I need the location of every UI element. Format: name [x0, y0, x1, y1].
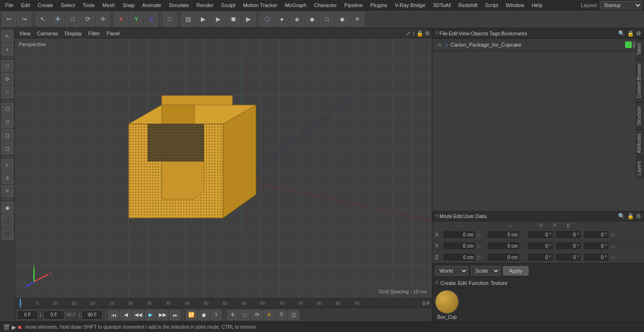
vp-menu-display[interactable]: Display	[62, 30, 84, 37]
goto-start-button[interactable]: ⏮	[108, 310, 119, 320]
render-region-button[interactable]: ▤	[181, 12, 195, 26]
menu-animate[interactable]: Animate	[139, 1, 165, 9]
sidebar-select-btn[interactable]: ↖	[1, 30, 14, 42]
psr-btn[interactable]: P	[264, 310, 275, 320]
menu-simulate[interactable]: Simulate	[165, 1, 192, 9]
coord-z-pb[interactable]	[555, 253, 581, 261]
plane-button[interactable]: ◆	[335, 12, 349, 26]
sidebar-s-btn[interactable]: S	[1, 172, 14, 184]
attr-menu-edit[interactable]: Edit	[454, 213, 462, 219]
play-back-button[interactable]: ◀◀	[132, 310, 144, 320]
help-button[interactable]: ?	[210, 310, 222, 320]
menu-edit[interactable]: Edit	[18, 1, 33, 9]
step-back-button[interactable]: ◀	[120, 310, 132, 320]
x-axis-button[interactable]: X	[114, 12, 128, 26]
coord-z-bb[interactable]	[583, 253, 609, 261]
loop-button[interactable]: 🔁	[186, 310, 197, 320]
material-button[interactable]: □	[320, 12, 334, 26]
end-frame-input[interactable]	[82, 310, 103, 320]
move-tool-pb[interactable]: ✛	[227, 310, 238, 320]
menu-select[interactable]: Select	[58, 1, 79, 9]
attr-menu-userdata[interactable]: User Data	[463, 213, 487, 219]
step-forward-button[interactable]: ▶▶	[157, 310, 168, 320]
obj-menu-bookmarks[interactable]: Bookmarks	[501, 31, 527, 36]
cube-button[interactable]: ⬡	[260, 12, 274, 26]
coord-x-expand[interactable]: ▷	[612, 232, 616, 237]
sphere-button[interactable]: ●	[275, 12, 289, 26]
coord-x-h[interactable]	[528, 230, 553, 239]
coord-x-p[interactable]	[555, 230, 581, 239]
render-active-view-button[interactable]: ▶	[196, 12, 210, 26]
vp-icon-settings[interactable]: ⚙	[425, 30, 430, 37]
mat-menu-create[interactable]: Create	[440, 280, 456, 286]
coord-x-b[interactable]	[583, 230, 609, 239]
coord-y-b[interactable]	[583, 242, 609, 250]
vp-icon-lock[interactable]: 🔒	[416, 30, 423, 37]
viewport-canvas[interactable]: Perspective Grid Spacing : 10 cm X Y Z	[15, 39, 432, 298]
menu-character[interactable]: Character	[311, 1, 340, 9]
sidebar-extra-btn[interactable]: ⬛	[1, 228, 14, 240]
apply-button[interactable]: Apply	[503, 266, 528, 275]
vp-icon-move[interactable]: ↕	[412, 30, 415, 37]
mat-menu-function[interactable]: Function	[469, 280, 488, 286]
object-mode-button[interactable]: □	[163, 12, 177, 26]
layout-select[interactable]: Startup	[600, 1, 642, 9]
select-tool-button[interactable]: ↖	[35, 12, 50, 26]
obj-menu-objects[interactable]: Objects	[471, 31, 488, 36]
menu-sculpt[interactable]: Sculpt	[218, 1, 239, 9]
dots-btn[interactable]: ⠿	[276, 310, 287, 320]
mat-menu-texture[interactable]: Texture	[490, 280, 507, 286]
coord-z-pos1[interactable]	[443, 253, 476, 261]
vp-icon-arrows[interactable]: ⤢	[406, 30, 411, 37]
menu-tools[interactable]: Tools	[79, 1, 98, 9]
coord-z-pos2[interactable]	[487, 253, 520, 261]
transform-button[interactable]: ✛	[96, 12, 110, 26]
object-row[interactable]: ≡L □ Carton_Package_for_Cupcake	[435, 40, 641, 49]
obj-menu-edit[interactable]: Edit	[449, 31, 458, 36]
mat-menu-edit[interactable]: Edit	[458, 280, 467, 286]
frame-start2-input[interactable]	[43, 310, 65, 320]
camera-button[interactable]: ◈	[290, 12, 304, 26]
light-button[interactable]: ◆	[305, 12, 319, 26]
coord-z-b[interactable]	[528, 253, 553, 261]
play-button[interactable]: ▶	[145, 310, 156, 320]
sidebar-edge-btn[interactable]: ⟳	[1, 73, 14, 85]
timeline-ruler[interactable]: 0 5 10 15 20 25 30 35 40 45 50 55 60 65 …	[15, 298, 432, 308]
menu-snap[interactable]: Snap	[119, 1, 138, 9]
world-select[interactable]: World Object Camera	[435, 266, 468, 275]
obj-lock-icon[interactable]: 🔒	[627, 30, 634, 37]
coord-z-arrow[interactable]: ▷	[478, 255, 485, 260]
attr-lock-icon[interactable]: 🔒	[627, 213, 634, 219]
menu-3dtoall[interactable]: 3DToAll	[429, 1, 454, 9]
menu-window[interactable]: Window	[503, 1, 528, 9]
scale-tool-button[interactable]: □	[66, 12, 80, 26]
obj-menu-file[interactable]: File	[439, 31, 448, 36]
last-btn[interactable]: ◫	[288, 310, 299, 320]
scale-tool-pb[interactable]: □	[239, 310, 250, 320]
obj-menu-view[interactable]: View	[459, 31, 470, 36]
render-stop-button[interactable]: ⏹	[226, 12, 240, 26]
sidebar-l-btn[interactable]: L	[1, 159, 14, 171]
menu-mesh[interactable]: Mesh	[99, 1, 118, 9]
coord-x-pos2[interactable]	[487, 230, 520, 239]
sidebar-sculpt-btn[interactable]: ⬛	[1, 215, 14, 227]
goto-end-button[interactable]: ⏭	[169, 310, 181, 320]
render-settings-button[interactable]: ▶	[241, 12, 256, 26]
sidebar-paint-btn[interactable]: ◉	[1, 202, 14, 214]
menu-plugins[interactable]: Plugins	[367, 1, 390, 9]
attr-search-icon[interactable]: 🔍	[618, 213, 625, 219]
redo-button[interactable]: ↪	[17, 12, 31, 26]
vtab-takes[interactable]: Takes	[636, 39, 644, 59]
vtab-attributes[interactable]: Attributes	[636, 129, 644, 157]
move-tool-button[interactable]: ✛	[50, 12, 65, 26]
menu-render[interactable]: Render	[193, 1, 217, 9]
sidebar-object-btn[interactable]: ◻	[1, 142, 14, 154]
sidebar-spline-btn[interactable]: ▽	[1, 116, 14, 128]
coord-x-pos1[interactable]	[443, 230, 476, 239]
coord-y-pos2[interactable]	[487, 242, 520, 250]
coord-x-arrow[interactable]: ▷	[478, 232, 485, 237]
undo-button[interactable]: ↩	[2, 12, 16, 26]
coord-y-arrow[interactable]: ▷	[478, 243, 485, 249]
vp-menu-panel[interactable]: Panel	[104, 30, 122, 37]
menu-pipeline[interactable]: Pipeline	[341, 1, 366, 9]
